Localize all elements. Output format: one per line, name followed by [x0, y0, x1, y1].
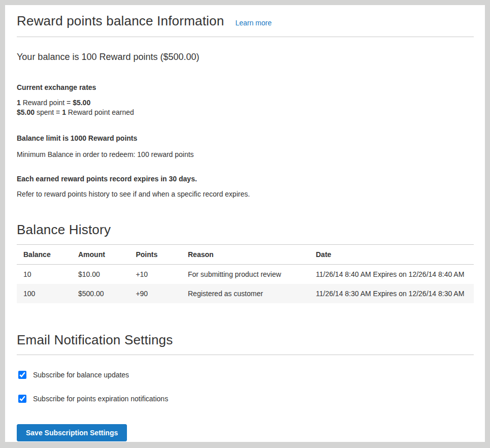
subscribe-expiration-notifications-checkbox[interactable] — [18, 395, 26, 403]
subscribe-balance-updates-label[interactable]: Subscribe for balance updates — [33, 371, 129, 379]
balance-history-table: Balance Amount Points Reason Date 10 $10… — [17, 245, 474, 303]
reward-points-panel: Reward points balance Information Learn … — [5, 5, 485, 442]
cell-reason: For submitting product review — [181, 265, 309, 284]
exchange-rates-heading: Current exchange rates — [17, 83, 474, 91]
rate-point-count: 1 — [17, 99, 21, 107]
cell-balance: 10 — [17, 265, 72, 284]
earned-point-text: Reward point earned — [66, 108, 134, 116]
column-header-amount: Amount — [72, 245, 129, 265]
subscribe-expiration-notifications-label[interactable]: Subscribe for points expiration notifica… — [33, 395, 168, 403]
email-settings-heading: Email Notification Settings — [17, 332, 474, 355]
balance-summary: Your balance is 100 Reward points ($500.… — [17, 52, 474, 62]
table-header-row: Balance Amount Points Reason Date — [17, 245, 474, 265]
cell-balance: 100 — [17, 284, 72, 303]
minimum-redeem-text: Minimum Balance in order to redeem: 100 … — [17, 150, 474, 158]
cell-date: 11/26/14 8:40 AM Expires on 12/26/14 8:4… — [309, 265, 474, 284]
earned-point-count: 1 — [62, 108, 66, 116]
column-header-points: Points — [129, 245, 181, 265]
cell-date: 11/26/14 8:30 AM Expires on 12/26/14 8:3… — [309, 284, 474, 303]
subscribe-balance-updates-checkbox[interactable] — [18, 371, 26, 379]
rate-equals-text: Reward point = — [21, 99, 73, 107]
column-header-balance: Balance — [17, 245, 72, 265]
cell-amount: $10.00 — [72, 265, 129, 284]
column-header-date: Date — [309, 245, 474, 265]
cell-reason: Registered as customer — [181, 284, 309, 303]
expiration-note-text: Refer to reward points history to see if… — [17, 190, 474, 198]
subscribe-expiration-notifications-row: Subscribe for points expiration notifica… — [17, 395, 474, 403]
page-header: Reward points balance Information Learn … — [17, 13, 474, 37]
exchange-rates-lines: 1 Reward point = $5.00 $5.00 spent = 1 R… — [17, 98, 474, 117]
save-subscription-settings-button[interactable]: Save Subscription Settings — [17, 424, 127, 441]
balance-history-heading: Balance History — [17, 222, 474, 245]
exchange-rate-earn-line: 1 Reward point = $5.00 — [17, 98, 474, 108]
exchange-rate-spend-line: $5.00 spent = 1 Reward point earned — [17, 108, 474, 117]
balance-limit-text: Balance limit is 1000 Reward points — [17, 134, 474, 142]
spend-equals-text: spent = — [35, 108, 62, 116]
column-header-reason: Reason — [181, 245, 309, 265]
cell-points: +90 — [129, 284, 181, 303]
page-title: Reward points balance Information — [17, 13, 224, 29]
cell-amount: $500.00 — [72, 284, 129, 303]
table-row: 10 $10.00 +10 For submitting product rev… — [17, 265, 474, 284]
spend-amount: $5.00 — [17, 108, 35, 116]
table-row: 100 $500.00 +90 Registered as customer 1… — [17, 284, 474, 303]
learn-more-link[interactable]: Learn more — [235, 19, 272, 27]
cell-points: +10 — [129, 265, 181, 284]
subscribe-balance-updates-row: Subscribe for balance updates — [17, 371, 474, 379]
expiration-rule-text: Each earned reward points record expires… — [17, 175, 474, 183]
rate-point-value: $5.00 — [73, 99, 90, 107]
